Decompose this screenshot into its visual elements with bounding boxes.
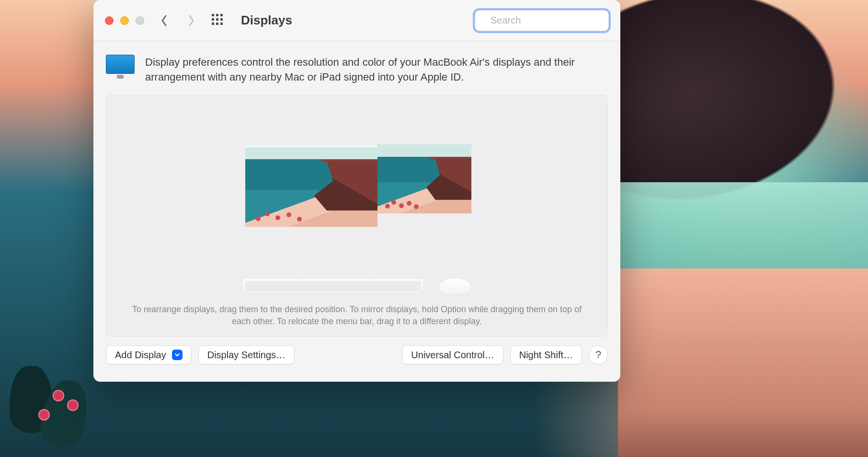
titlebar: Displays	[93, 0, 620, 41]
arrangement-panel: To rearrange displays, drag them to the …	[106, 95, 608, 337]
close-button[interactable]	[105, 16, 114, 25]
displays-icon	[106, 55, 135, 79]
back-button[interactable]	[158, 12, 171, 29]
zoom-button[interactable]	[136, 16, 144, 25]
svg-rect-8	[220, 23, 223, 25]
add-display-label: Add Display	[115, 350, 166, 361]
menu-bar-indicator[interactable]	[245, 144, 377, 148]
arrangement-hint: To rearrange displays, drag them to the …	[106, 301, 607, 336]
help-label: ?	[595, 349, 601, 361]
help-button[interactable]: ?	[589, 345, 608, 364]
chevron-down-icon	[172, 350, 183, 360]
search-input[interactable]	[491, 15, 612, 26]
keyboard-icon	[242, 278, 424, 294]
svg-rect-4	[216, 18, 218, 21]
system-preferences-window: Displays Display preferences control the…	[93, 0, 620, 382]
add-display-button[interactable]: Add Display	[106, 345, 192, 364]
search-field[interactable]	[475, 10, 609, 31]
wallpaper-sand	[618, 269, 868, 457]
window-controls	[105, 16, 144, 25]
content-area: Display preferences control the resoluti…	[93, 41, 620, 382]
minimize-button[interactable]	[120, 16, 129, 25]
footer-buttons: Add Display Display Settings… Universal …	[106, 337, 608, 364]
svg-rect-5	[220, 18, 223, 21]
display-settings-button[interactable]: Display Settings…	[198, 345, 295, 364]
display-secondary[interactable]	[377, 144, 471, 213]
svg-rect-2	[220, 14, 223, 16]
keyboard-mouse-row	[106, 272, 607, 301]
night-shift-button[interactable]: Night Shift…	[510, 345, 582, 364]
display-primary[interactable]	[245, 144, 377, 227]
display-settings-label: Display Settings…	[207, 350, 286, 361]
svg-rect-7	[216, 23, 218, 25]
intro-row: Display preferences control the resoluti…	[106, 55, 608, 84]
window-title: Displays	[241, 13, 292, 28]
display-wallpaper-thumb	[245, 144, 377, 227]
display-wallpaper-thumb	[377, 144, 471, 213]
svg-rect-6	[212, 23, 214, 25]
svg-rect-1	[216, 14, 218, 16]
intro-text: Display preferences control the resoluti…	[145, 55, 608, 84]
universal-control-label: Universal Control…	[411, 350, 494, 361]
arrangement-area[interactable]	[106, 95, 607, 272]
mouse-icon	[438, 278, 472, 295]
svg-rect-0	[212, 14, 214, 16]
forward-button[interactable]	[184, 12, 198, 29]
night-shift-label: Night Shift…	[519, 350, 573, 361]
universal-control-button[interactable]: Universal Control…	[402, 345, 503, 364]
show-all-icon[interactable]	[211, 13, 224, 28]
svg-rect-3	[212, 18, 214, 21]
